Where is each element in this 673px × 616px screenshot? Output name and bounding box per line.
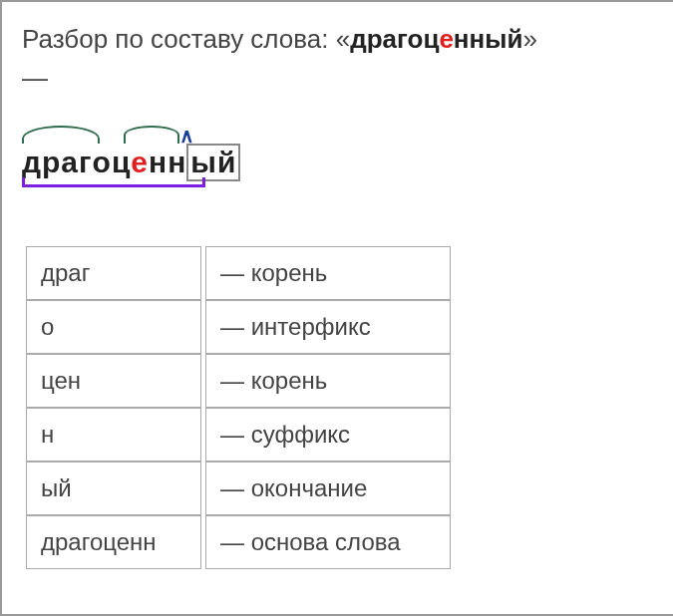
title-dash: — [22, 63, 653, 94]
table-part: драгоценн [26, 515, 201, 569]
table-desc: — основа слова [205, 515, 451, 569]
table-part: ый [26, 462, 201, 515]
morphemic-word: ∧ драгоценный [22, 130, 240, 181]
table-row: драг — корень [26, 246, 451, 300]
table-part: н [26, 408, 201, 462]
title-line: Разбор по составу слова: «драгоценный» [22, 20, 653, 59]
title-word-part2: нный [454, 24, 523, 54]
morph-interfix: о [93, 146, 112, 179]
title-word-red: е [439, 24, 453, 54]
table-part: цен [26, 354, 201, 408]
table-row: цен — корень [26, 354, 451, 408]
table-row: н — суффикс [26, 408, 451, 462]
morph-ending: ый [190, 146, 236, 178]
table-desc: — суффикс [205, 408, 451, 462]
table-desc: — интерфикс [205, 300, 451, 354]
table-desc: — окончание [205, 462, 451, 515]
morph-ending-box: ый [186, 144, 240, 181]
root-arc-1 [22, 126, 100, 144]
content-frame: Разбор по составу слова: «драгоценный» —… [0, 0, 673, 616]
table-part: драг [26, 246, 201, 300]
morph-root2-red: е [131, 146, 149, 179]
morph-root2-p1: ц [112, 146, 131, 179]
title-word-part1: драгоц [350, 24, 439, 54]
table-desc: — корень [205, 354, 451, 408]
morpheme-table: драг — корень о — интерфикс цен — корень… [22, 246, 455, 569]
table-row: о — интерфикс [26, 300, 451, 354]
title-prefix: Разбор по составу слова: « [22, 24, 350, 54]
base-underline [22, 177, 205, 187]
table-row: драгоценн — основа слова [26, 515, 451, 569]
morph-suffix: н [168, 146, 186, 179]
morph-root2-p2: н [149, 146, 168, 179]
table-part: о [26, 300, 201, 354]
morph-root1: драг [22, 146, 93, 179]
root-arc-2 [124, 126, 179, 144]
table-desc: — корень [205, 246, 451, 300]
title-suffix: » [522, 24, 536, 54]
table-row: ый — окончание [26, 462, 451, 515]
